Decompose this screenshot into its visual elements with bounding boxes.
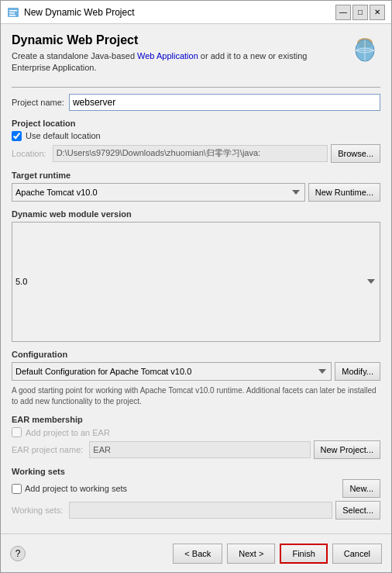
- close-button[interactable]: ✕: [370, 5, 385, 20]
- minimize-button[interactable]: —: [335, 5, 351, 20]
- configuration-hint: A good starting point for working with A…: [12, 385, 380, 407]
- ear-project-name-row: EAR project name: New Project...: [12, 440, 380, 459]
- configuration-dropdown[interactable]: Default Configuration for Apache Tomcat …: [12, 362, 332, 381]
- new-working-set-button[interactable]: New...: [342, 479, 380, 498]
- maximize-button[interactable]: □: [352, 5, 368, 20]
- location-input: [53, 145, 328, 162]
- project-name-label: Project name:: [12, 98, 64, 107]
- add-to-working-sets-checkbox[interactable]: [12, 484, 22, 494]
- page-description: Create a standalone Java-based Web Appli…: [12, 50, 337, 74]
- next-button[interactable]: Next >: [227, 544, 275, 564]
- page-title: Dynamic Web Project: [12, 33, 337, 47]
- cancel-button[interactable]: Cancel: [332, 544, 382, 564]
- project-name-input[interactable]: [69, 94, 380, 111]
- add-to-working-sets-label: Add project to working sets: [25, 484, 127, 493]
- ear-project-name-input: [89, 441, 310, 458]
- new-project-button[interactable]: New Project...: [314, 440, 380, 459]
- content-area: Dynamic Web Project Create a standalone …: [1, 24, 391, 533]
- window: New Dynamic Web Project — □ ✕ Dynamic We…: [0, 0, 392, 573]
- finish-button[interactable]: Finish: [280, 544, 327, 564]
- title-bar: New Dynamic Web Project — □ ✕: [1, 1, 391, 24]
- svg-rect-2: [9, 12, 15, 14]
- window-icon: [7, 6, 19, 19]
- working-sets-row: Working sets: Select...: [12, 501, 380, 519]
- target-runtime-row: Apache Tomcat v10.0 New Runtime...: [12, 183, 380, 202]
- ear-project-name-label: EAR project name:: [12, 445, 83, 454]
- configuration-row: Default Configuration for Apache Tomcat …: [12, 362, 380, 381]
- page-header-text: Dynamic Web Project Create a standalone …: [12, 33, 337, 74]
- add-to-ear-checkbox[interactable]: [12, 427, 22, 437]
- use-default-location-checkbox[interactable]: [12, 131, 22, 141]
- target-runtime-section: Target runtime: [12, 171, 380, 180]
- working-sets-input: [69, 502, 332, 519]
- browse-button[interactable]: Browse...: [331, 144, 380, 163]
- page-icon: [343, 33, 380, 71]
- project-location-section: Project location: [12, 119, 380, 128]
- back-button[interactable]: < Back: [173, 544, 222, 564]
- use-default-location-row: Use default location: [12, 131, 380, 141]
- add-to-ear-label: Add project to an EAR: [26, 428, 110, 437]
- web-app-link[interactable]: Web Application: [137, 51, 198, 60]
- new-runtime-button[interactable]: New Runtime...: [308, 183, 380, 202]
- bottom-bar: ? < Back Next > Finish Cancel: [1, 533, 391, 572]
- help-button[interactable]: ?: [10, 546, 26, 561]
- configuration-section: Configuration: [12, 350, 380, 359]
- window-title: New Dynamic Web Project: [24, 7, 335, 18]
- ear-membership-section: EAR membership: [12, 415, 380, 424]
- location-label: Location:: [12, 149, 46, 158]
- project-name-row: Project name:: [12, 94, 380, 111]
- target-runtime-dropdown[interactable]: Apache Tomcat v10.0: [12, 183, 305, 202]
- svg-rect-1: [9, 10, 17, 12]
- dynamic-web-module-section: Dynamic web module version: [12, 209, 380, 219]
- add-to-ear-row: Add project to an EAR: [12, 427, 380, 437]
- working-sets-section: Working sets: [12, 467, 380, 476]
- window-controls: — □ ✕: [335, 5, 385, 20]
- navigation-buttons: < Back Next > Finish Cancel: [173, 544, 382, 564]
- location-row: Location: Browse...: [12, 144, 380, 163]
- working-sets-label: Working sets:: [12, 506, 63, 515]
- header-divider: [12, 87, 380, 88]
- page-header: Dynamic Web Project Create a standalone …: [12, 33, 380, 74]
- select-working-sets-button[interactable]: Select...: [335, 501, 380, 519]
- svg-rect-3: [9, 15, 15, 16]
- dynamic-web-module-dropdown[interactable]: 5.0: [12, 222, 380, 342]
- add-to-working-sets-row: Add project to working sets New...: [12, 479, 380, 498]
- modify-button[interactable]: Modify...: [335, 362, 380, 381]
- use-default-location-label: Use default location: [26, 131, 101, 140]
